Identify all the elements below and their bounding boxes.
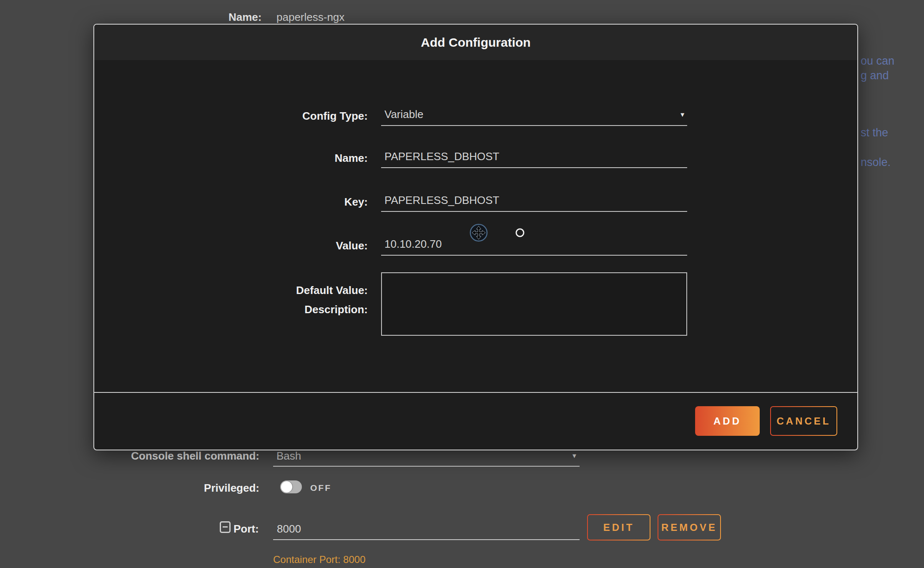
chevron-down-icon: ▼ xyxy=(679,111,687,118)
privileged-state-text: OFF xyxy=(310,483,331,493)
bg-name-label: Name: xyxy=(228,11,261,24)
help-text-fragment: st the xyxy=(861,126,888,139)
footer-divider xyxy=(94,392,857,393)
description-label: Description: xyxy=(94,303,368,316)
help-text-fragment: ou can xyxy=(861,55,894,68)
cancel-button[interactable]: CANCEL xyxy=(770,406,837,436)
privileged-label: Privileged: xyxy=(51,482,259,495)
help-text-fragment: nsole. xyxy=(861,156,891,169)
toggle-knob xyxy=(281,481,292,493)
add-button[interactable]: ADD xyxy=(695,406,760,436)
modal-title: Add Configuration xyxy=(94,25,857,60)
value-input[interactable] xyxy=(381,238,690,251)
console-shell-command-label: Console shell command: xyxy=(51,450,259,462)
name-input[interactable] xyxy=(381,150,690,163)
modal-header: Add Configuration xyxy=(94,25,857,60)
port-underline xyxy=(273,539,580,540)
click-indicator-ring-icon xyxy=(515,228,525,238)
default-value-label: Default Value: xyxy=(94,284,368,297)
console-shell-underline xyxy=(273,466,580,467)
edit-button[interactable]: EDIT xyxy=(587,514,650,540)
remove-button[interactable]: REMOVE xyxy=(658,514,721,540)
privileged-toggle[interactable] xyxy=(280,480,302,493)
help-text-fragment: g and xyxy=(861,69,889,82)
port-label: Port: xyxy=(234,523,259,535)
collapse-minus-icon[interactable] xyxy=(220,521,231,533)
container-port-text: Container Port: 8000 xyxy=(273,554,365,565)
bg-name-value: paperless-ngx xyxy=(276,11,344,24)
console-shell-command-select[interactable]: Bash xyxy=(276,450,301,462)
config-type-label: Config Type: xyxy=(94,110,368,123)
description-textarea[interactable] xyxy=(381,272,687,336)
name-label: Name: xyxy=(94,152,368,165)
value-label: Value: xyxy=(94,239,368,252)
key-input[interactable] xyxy=(381,194,690,207)
docker-container-settings-page: Name: paperless-ngx ou can g and st the … xyxy=(0,0,924,568)
config-type-value: Variable xyxy=(384,108,423,121)
config-type-select[interactable]: Variable ▼ xyxy=(381,108,687,121)
move-cursor-icon xyxy=(469,223,488,242)
chevron-down-icon: ▼ xyxy=(571,452,578,459)
key-label: Key: xyxy=(94,196,368,209)
port-value: 8000 xyxy=(277,523,301,535)
